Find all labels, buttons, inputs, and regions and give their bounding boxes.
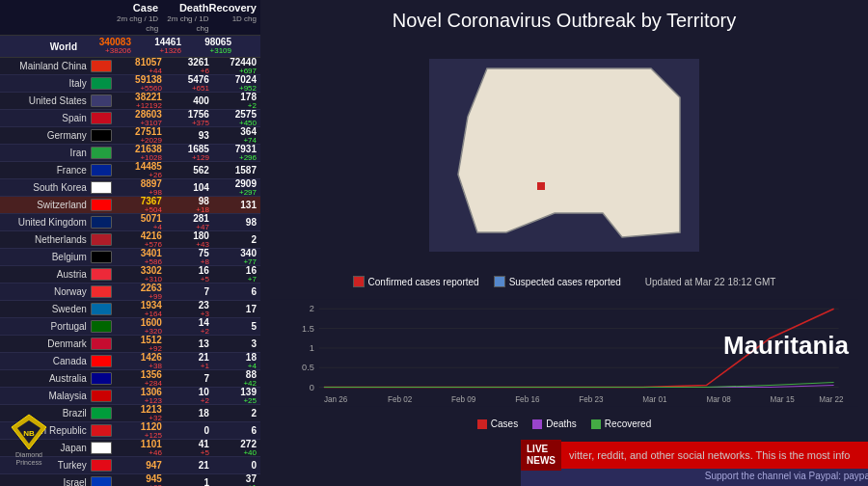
updated-text: Updated at Mar 22 18:12 GMT: [645, 277, 776, 287]
table-row: Canada 1426 +38 21 +1 18 +4: [0, 353, 260, 370]
country-name-label: France: [4, 165, 91, 176]
deaths-stat: 23 +3: [162, 301, 209, 318]
country-flag: [91, 77, 112, 90]
deaths-color-box: [532, 419, 542, 429]
country-flag: [91, 476, 112, 486]
cases-stat: 28603 +3107: [115, 110, 162, 127]
country-name-label: Norway: [4, 286, 91, 297]
territory-name: Mauritania: [723, 331, 849, 361]
country-flag: [91, 233, 112, 246]
cases-stat: 1213 +32: [115, 405, 162, 422]
recovery-value: 98: [246, 218, 257, 228]
country-flag: [91, 94, 112, 107]
svg-text:Jan 26: Jan 26: [324, 395, 348, 404]
recovery-stat: 88 +42: [209, 370, 257, 388]
right-panel: Novel Coronavirus Outbreak by Territory …: [260, 0, 868, 486]
recovery-stat: 98: [209, 218, 257, 228]
cases-color-box: [477, 419, 487, 429]
svg-text:NB: NB: [23, 429, 35, 438]
recovery-value: 6: [251, 287, 257, 297]
svg-text:0.5: 0.5: [302, 363, 314, 372]
deaths-stat: 400: [162, 96, 209, 106]
svg-text:1: 1: [310, 343, 314, 353]
deaths-stat: 21: [162, 461, 209, 471]
country-name-label: Malaysia: [4, 391, 91, 401]
table-row: Spain 28603 +3107 1756 +375 2575 +450: [0, 110, 260, 127]
deaths-value: 104: [193, 183, 209, 193]
recovery-change: +25: [243, 397, 257, 405]
table-row: Switzerland 7367 +504 98 +18 131: [0, 197, 260, 214]
table-row: Portugal 1600 +320 14 +2 5: [0, 318, 260, 336]
deaths-legend-item: Deaths: [532, 418, 577, 429]
svg-text:2: 2: [310, 304, 314, 313]
table-header: Case 2m chg / 1D chg Death 2m chg / 1D c…: [0, 0, 260, 36]
world-label: World: [4, 41, 81, 52]
country-name-label: United Kingdom: [4, 217, 91, 228]
deaths-stat: 10 +2: [162, 388, 209, 405]
map-title: Novel Coronavirus Outbreak by Territory: [260, 0, 868, 37]
cases-stat: 38221 +12192: [115, 93, 162, 110]
deaths-stat: 21 +1: [162, 353, 209, 370]
confirmed-label: Confirmed cases reported: [368, 277, 479, 287]
cases-stat: 3401 +586: [115, 249, 162, 266]
cases-stat: 81057 +44: [115, 58, 162, 75]
country-flag: [91, 251, 112, 263]
bottom-area: LIVE NEWS vitter, reddit, and other soci…: [521, 442, 868, 486]
country-flag: [91, 407, 112, 419]
country-name-label: South Korea: [4, 182, 91, 193]
svg-text:Mar 08: Mar 08: [706, 395, 731, 404]
table-row: Italy 59138 +5560 5476 +651 7024 +952: [0, 75, 260, 93]
svg-rect-2: [537, 182, 545, 190]
cases-stat: 1356 +284: [115, 370, 162, 388]
recovery-stat: 2909 +297: [209, 179, 257, 197]
recovery-header: Recovery 1D chg: [208, 2, 257, 33]
suspected-box: [494, 276, 505, 287]
recovery-stat: 17: [209, 305, 257, 314]
cases-stat: 59138 +5560: [115, 75, 162, 93]
recovered-legend-item: Recovered: [591, 418, 651, 429]
recovery-stat: 3: [209, 339, 257, 349]
recovery-stat: 139 +25: [209, 388, 257, 405]
recovery-stat: 6: [209, 287, 257, 297]
recovered-legend-label: Recovered: [605, 418, 651, 429]
deaths-stat: 1: [162, 478, 209, 486]
recovery-stat: 272 +40: [209, 440, 257, 457]
svg-text:Feb 16: Feb 16: [515, 395, 540, 404]
recovery-change: +7: [248, 276, 257, 284]
deaths-change: +375: [192, 120, 209, 127]
country-flag: [91, 390, 112, 402]
table-row: Sweden 1934 +164 23 +3 17: [0, 301, 260, 318]
logo-text: DiamondPrincess: [15, 451, 42, 468]
country-name-label: Netherlands: [4, 234, 91, 245]
country-name-label: Germany: [4, 130, 91, 141]
deaths-stat: 18: [162, 409, 209, 418]
live-badge: LIVE NEWS: [521, 440, 561, 471]
country-flag: [91, 216, 112, 229]
cases-stat: 1600 +320: [115, 318, 162, 336]
svg-text:0: 0: [310, 383, 314, 392]
country-flag: [91, 199, 112, 211]
world-recovery-change: +3109: [210, 47, 231, 55]
deaths-stat: 281 +47: [162, 214, 209, 231]
cases-value: 947: [146, 461, 162, 471]
table-row: Austria 3302 +310 16 +5 16 +7: [0, 266, 260, 284]
deaths-value: 400: [193, 96, 209, 106]
country-name-label: Canada: [4, 356, 91, 366]
recovery-stat: 6: [209, 426, 257, 436]
deaths-change: +5: [201, 449, 209, 457]
recovered-color-box: [591, 419, 601, 429]
recovery-stat: 5: [209, 322, 257, 332]
recovery-stat: 1587: [209, 166, 257, 176]
cases-legend-item: Cases: [477, 418, 518, 429]
country-name-label: Switzerland: [4, 200, 91, 210]
deaths-value: 13: [199, 339, 209, 349]
world-deaths: 14461 +1326: [131, 38, 181, 55]
table-row: Germany 27511 +2029 93 364 +74: [0, 127, 260, 145]
diamond-logo: NB DiamondPrincess: [0, 411, 58, 469]
country-flag: [91, 112, 112, 124]
country-name-label: Israel: [4, 477, 91, 486]
country-flag: [91, 320, 112, 333]
recovery-stat: 16 +7: [209, 266, 257, 284]
country-name-label: Belgium: [4, 252, 91, 262]
svg-text:Mar 01: Mar 01: [642, 395, 667, 404]
